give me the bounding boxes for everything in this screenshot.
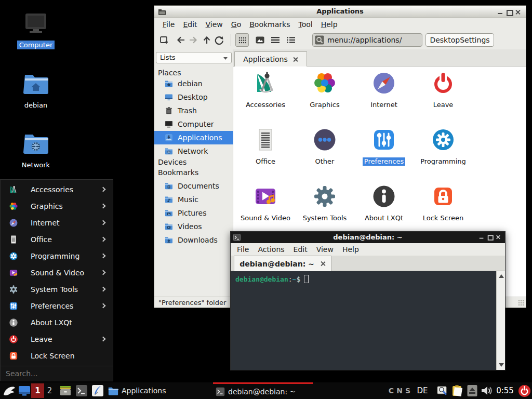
scroll-up-icon[interactable] — [499, 274, 504, 278]
main-menu-button[interactable] — [2, 382, 17, 399]
menu-item-lock-screen[interactable]: Lock Screen — [1, 348, 113, 364]
app-item-sound-video[interactable]: Sound & Video — [236, 182, 295, 238]
leave-icon — [9, 335, 18, 344]
close-button[interactable] — [495, 234, 501, 240]
desktop-icon-network[interactable]: Network — [11, 131, 61, 169]
menu-item-programming[interactable]: Programming — [1, 248, 113, 264]
app-item-other[interactable]: Other — [295, 126, 354, 181]
menu-go[interactable]: Go — [227, 19, 245, 30]
sidebar-item-computer[interactable]: Computer — [154, 117, 233, 131]
sidebar-item-pictures[interactable]: Pictures — [154, 206, 233, 220]
keyboard-layout-indicator[interactable]: DE — [415, 382, 430, 399]
compact-view-button[interactable] — [269, 33, 282, 47]
lock-icon — [431, 184, 456, 209]
menu-item-office[interactable]: Office — [1, 231, 113, 248]
leave-button[interactable] — [517, 382, 531, 399]
tab-close-icon[interactable] — [292, 57, 298, 62]
sidebar-mode-select[interactable]: Lists — [156, 52, 232, 63]
quicklaunch-file-manager[interactable] — [58, 382, 73, 399]
address-bar[interactable]: menu://applications/ — [312, 33, 422, 47]
quicklaunch-terminal[interactable] — [74, 382, 89, 399]
menu-edit[interactable]: Edit — [294, 245, 308, 254]
app-item-about-lxqt[interactable]: About LXQt — [354, 182, 414, 238]
menu-edit[interactable]: Edit — [179, 19, 201, 30]
terminal-titlebar[interactable]: debian@debian: ~ — [231, 232, 505, 243]
menu-item-leave[interactable]: Leave — [1, 331, 113, 348]
terminal-scrollbar[interactable] — [496, 271, 505, 370]
sidebar-item-desktop[interactable]: Desktop — [154, 90, 233, 104]
sidebar-item-videos[interactable]: Videos — [154, 220, 233, 233]
menu-help[interactable]: Help — [342, 245, 359, 254]
terminal-tab[interactable]: debian@debian: ~ — [234, 256, 331, 271]
menu-tool[interactable]: Tool — [294, 19, 316, 30]
app-item-lock-screen[interactable]: Lock Screen — [414, 182, 473, 238]
forward-button[interactable] — [187, 33, 200, 47]
taskbar-task-terminal[interactable]: debian@debian: ~ — [213, 382, 313, 399]
tray-volume-icon[interactable] — [480, 382, 494, 399]
menu-item-internet[interactable]: Internet — [1, 215, 113, 231]
capslock-indicator[interactable]: C — [388, 382, 395, 399]
menu-search-input[interactable] — [1, 369, 113, 378]
numlock-indicator[interactable]: N — [396, 382, 403, 399]
maximize-button[interactable] — [487, 234, 493, 240]
app-item-leave[interactable]: Leave — [414, 69, 473, 125]
sidebar-item-music[interactable]: Music — [154, 193, 233, 206]
menu-file[interactable]: File — [237, 245, 249, 254]
clock[interactable]: 0:55 — [495, 382, 515, 399]
maximize-button[interactable] — [506, 8, 513, 16]
minimize-button[interactable] — [497, 8, 504, 16]
show-desktop-button[interactable] — [18, 382, 31, 399]
icon-view-button[interactable] — [235, 33, 249, 47]
app-item-internet[interactable]: Internet — [354, 69, 414, 125]
minimize-button[interactable] — [478, 234, 485, 240]
terminal-screen[interactable]: debian@debian:~$ — [231, 271, 505, 370]
sidebar-item-downloads[interactable]: Downloads — [154, 233, 233, 247]
menu-view[interactable]: View — [316, 245, 334, 254]
app-item-preferences[interactable]: Preferences — [354, 126, 414, 181]
taskbar-task-applications[interactable]: Applications — [105, 382, 211, 399]
menu-item-accessories[interactable]: Accessories — [1, 181, 113, 198]
menu-item-about-lxqt[interactable]: About LXQt — [1, 314, 113, 331]
scroll-down-icon[interactable] — [499, 363, 504, 367]
tray-screenshot-icon[interactable] — [436, 382, 448, 399]
reload-button[interactable] — [212, 33, 226, 47]
up-button[interactable] — [200, 33, 214, 47]
menu-actions[interactable]: Actions — [258, 245, 284, 254]
app-item-office[interactable]: Office — [236, 126, 295, 181]
fm-titlebar[interactable]: Applications — [154, 6, 526, 18]
menu-view[interactable]: View — [202, 19, 227, 30]
sidebar-item-applications[interactable]: Applications — [154, 131, 233, 144]
desktop-icon-computer[interactable]: Computer — [11, 11, 61, 49]
desktop-icon-debian[interactable]: debian — [11, 72, 61, 110]
thumbnail-view-button[interactable] — [253, 33, 267, 47]
sidebar-item-trash[interactable]: Trash — [154, 104, 233, 117]
app-item-system-tools[interactable]: System Tools — [295, 182, 354, 238]
menu-file[interactable]: File — [158, 19, 179, 30]
resize-grip[interactable] — [518, 300, 524, 306]
app-item-programming[interactable]: Programming — [414, 126, 473, 181]
workspace-2-button[interactable]: 2 — [44, 383, 55, 398]
menu-item-preferences[interactable]: Preferences — [1, 298, 113, 314]
new-tab-button[interactable] — [157, 33, 171, 47]
back-button[interactable] — [174, 33, 188, 47]
menu-bookmarks[interactable]: Bookmarks — [245, 19, 294, 30]
tray-removable-media-icon[interactable] — [467, 382, 478, 399]
menu-item-graphics[interactable]: Graphics — [1, 198, 113, 215]
app-item-accessories[interactable]: Accessories — [236, 69, 295, 125]
tab-applications[interactable]: Applications — [234, 51, 307, 66]
sidebar-item-documents[interactable]: Documents — [154, 179, 233, 193]
app-item-graphics[interactable]: Graphics — [295, 69, 354, 125]
detailed-view-button[interactable] — [284, 33, 298, 47]
menu-item-system-tools[interactable]: System Tools — [1, 281, 113, 298]
tab-close-icon[interactable] — [320, 261, 326, 267]
quicklaunch-featherpad[interactable] — [90, 382, 105, 399]
close-button[interactable] — [514, 8, 522, 16]
sidebar-item-home[interactable]: debian — [154, 77, 233, 90]
tray-clipboard-icon[interactable] — [450, 382, 464, 399]
menu-item-sound-video[interactable]: Sound & Video — [1, 264, 113, 281]
desktop-settings-button[interactable]: DesktopSettings — [425, 33, 494, 47]
scrolllock-indicator[interactable]: S — [404, 382, 411, 399]
workspace-1-button[interactable]: 1 — [31, 383, 44, 398]
sidebar-item-network[interactable]: Network — [154, 144, 233, 158]
menu-help[interactable]: Help — [317, 19, 342, 30]
